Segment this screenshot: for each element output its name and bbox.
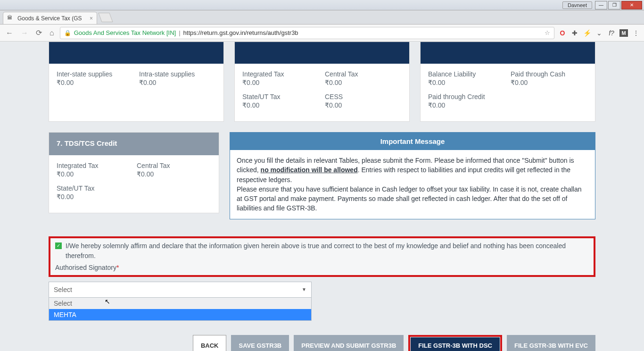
tds-igst-value: ₹0.00 xyxy=(57,170,131,178)
file-with-dsc-button[interactable]: FILE GSTR-3B WITH DSC xyxy=(411,337,500,351)
option-select[interactable]: Select xyxy=(49,298,311,309)
important-message-panel: Important Message Once you fill the deta… xyxy=(230,132,595,219)
chevron-down-icon: ▼ xyxy=(302,287,306,292)
tax-card: Integrated Tax ₹0.00 Central Tax ₹0.00 S… xyxy=(234,42,410,122)
address-bar[interactable]: 🔒 Goods And Services Tax Network [IN] | … xyxy=(60,27,554,39)
browser-toolbar: ← → ⟳ ⌂ 🔒 Goods And Services Tax Network… xyxy=(0,25,644,42)
tds-sgst-value: ₹0.00 xyxy=(57,193,131,201)
tds-igst-label: Integrated Tax xyxy=(57,162,131,169)
extension-pocket-icon[interactable]: ⌄ xyxy=(595,29,603,37)
cess-value: ₹0.00 xyxy=(325,101,402,109)
paid-credit-label: Paid through Credit xyxy=(428,93,505,100)
option-mehta[interactable]: MEHTA xyxy=(49,309,311,320)
important-message-title: Important Message xyxy=(230,133,595,150)
os-user-button[interactable]: Davneet xyxy=(562,1,592,9)
signatory-options: Select MEHTA xyxy=(49,298,312,321)
cess-label: CESS xyxy=(325,93,402,100)
sgst-value: ₹0.00 xyxy=(242,101,319,109)
tds-sgst-label: State/UT Tax xyxy=(57,184,131,192)
reload-icon[interactable]: ⟳ xyxy=(34,28,44,37)
home-icon[interactable]: ⌂ xyxy=(48,29,56,37)
tab-close-icon[interactable]: × xyxy=(90,15,93,22)
window-titlebar: Davneet — ❐ ✕ xyxy=(0,0,644,10)
sgst-label: State/UT Tax xyxy=(242,93,319,100)
tds-cgst-label: Central Tax xyxy=(137,162,211,169)
card-header xyxy=(421,42,595,64)
url-text: https://return.gst.gov.in/returns/auth/g… xyxy=(183,29,298,36)
extension-bolt-icon[interactable]: ⚡ xyxy=(583,29,591,37)
lock-icon: 🔒 xyxy=(64,30,71,36)
intra-state-label: Intra-state supplies xyxy=(139,70,216,78)
inter-state-label: Inter-state supplies xyxy=(57,70,133,78)
forward-icon: → xyxy=(19,29,30,37)
cgst-label: Central Tax xyxy=(325,70,402,78)
card-header xyxy=(235,42,409,64)
back-icon[interactable]: ← xyxy=(4,29,15,37)
save-gstr3b-button[interactable]: SAVE GSTR3B xyxy=(231,335,289,351)
extension-opera-icon[interactable]: O xyxy=(558,29,567,37)
paid-cash-label: Paid through Cash xyxy=(511,70,587,78)
signatory-select[interactable]: Select ▼ xyxy=(49,282,312,298)
intra-state-value: ₹0.00 xyxy=(139,79,216,86)
extension-plus-icon[interactable]: ✚ xyxy=(570,29,579,37)
balance-liability-label: Balance Liability xyxy=(428,70,505,78)
supplies-card: Inter-state supplies ₹0.00 Intra-state s… xyxy=(49,42,224,122)
tds-cgst-value: ₹0.00 xyxy=(137,170,211,178)
extension-f-icon[interactable]: f? xyxy=(607,29,616,37)
browser-tab[interactable]: 🏛 Goods & Service Tax (GS × xyxy=(3,12,97,24)
back-button[interactable]: BACK xyxy=(193,335,227,351)
new-tab-button[interactable] xyxy=(98,13,113,22)
browser-menu-icon[interactable]: ⋮ xyxy=(632,29,640,37)
close-window-button[interactable]: ✕ xyxy=(621,1,642,9)
paid-credit-value: ₹0.00 xyxy=(428,101,505,109)
tab-title: Goods & Service Tax (GS xyxy=(17,15,82,22)
cgst-value: ₹0.00 xyxy=(325,79,402,86)
dsc-highlight-box: FILE GSTR-3B WITH DSC xyxy=(408,335,502,351)
liability-card: Balance Liability ₹0.00 Paid through Cas… xyxy=(420,42,595,122)
file-with-evc-button[interactable]: FILE GSTR-3B WITH EVC xyxy=(507,335,595,351)
tds-tcs-card[interactable]: 7. TDS/TCS Credit Integrated Tax ₹0.00 C… xyxy=(49,132,219,213)
declaration-highlight-box: ✓ I/We hereby solemnly affirm and declar… xyxy=(49,236,595,277)
signatory-select-wrap: Select ▼ Select MEHTA xyxy=(49,282,312,321)
action-button-row: BACK SAVE GSTR3B PREVIEW AND SUBMIT GSTR… xyxy=(49,335,595,351)
card-header xyxy=(49,42,223,64)
minimize-button[interactable]: — xyxy=(595,1,607,9)
balance-liability-value: ₹0.00 xyxy=(428,79,505,86)
declaration-checkbox[interactable]: ✓ xyxy=(55,242,62,249)
extension-m-icon[interactable]: M xyxy=(619,29,628,37)
authorised-signatory-label: Authorised Signatory* xyxy=(55,264,589,271)
site-identity: Goods And Services Tax Network [IN] xyxy=(74,29,176,36)
tds-card-title: 7. TDS/TCS Credit xyxy=(49,133,219,155)
igst-value: ₹0.00 xyxy=(242,79,319,86)
browser-tabstrip: 🏛 Goods & Service Tax (GS × xyxy=(0,10,644,25)
bookmark-star-icon[interactable]: ☆ xyxy=(545,29,550,36)
preview-submit-button[interactable]: PREVIEW AND SUBMIT GSTR3B xyxy=(294,335,404,351)
paid-cash-value: ₹0.00 xyxy=(511,79,587,86)
maximize-button[interactable]: ❐ xyxy=(608,1,620,9)
select-placeholder: Select xyxy=(54,286,72,293)
favicon-icon: 🏛 xyxy=(7,15,15,22)
important-message-body: Once you fill the details in relevant Ta… xyxy=(230,150,595,219)
cursor-icon: ↖ xyxy=(105,298,110,305)
igst-label: Integrated Tax xyxy=(242,70,319,78)
declaration-text: I/We hereby solemnly affirm and declare … xyxy=(66,241,589,261)
inter-state-value: ₹0.00 xyxy=(57,79,133,86)
